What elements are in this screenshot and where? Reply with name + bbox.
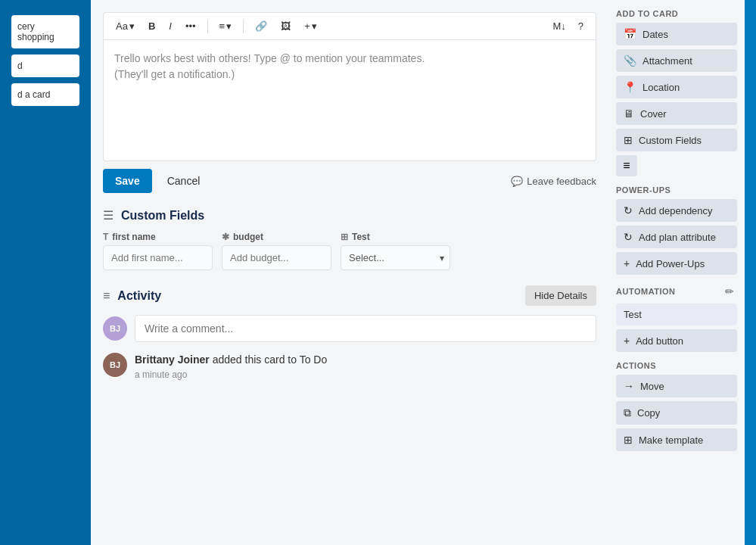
activity-time: a minute ago [135, 369, 327, 380]
activity-user-avatar: BJ [103, 353, 127, 377]
automation-section-row: Automation ✏ [616, 284, 737, 299]
list-item: d [11, 54, 79, 77]
add-to-card-label: Add to card [616, 9, 737, 18]
template-icon: ⊞ [624, 434, 633, 446]
activity-title-group: ≡ Activity [103, 289, 161, 303]
cancel-button[interactable]: Cancel [160, 169, 208, 193]
field-label-budget: ✱ budget [222, 232, 331, 242]
current-user-avatar: BJ [103, 316, 127, 341]
custom-fields-row: T first name ✱ budget ⊞ Test [103, 232, 596, 270]
budget-input[interactable] [222, 245, 331, 270]
leave-feedback-link[interactable]: 💬 Leave feedback [511, 176, 596, 187]
add-dependency-button[interactable]: ↻ Add dependency [616, 199, 737, 222]
activity-text: Brittany Joiner added this card to To Do [135, 353, 327, 368]
modal-area: Aa ▾ B I ••• ≡ ▾ 🔗 🖼 [91, 0, 745, 545]
editor-hint: Trello works best with others! Type @ to… [114, 51, 585, 83]
editor-area[interactable]: Trello works best with others! Type @ to… [103, 40, 596, 161]
left-panel: cery shopping d d a card [0, 0, 91, 545]
automation-test-button[interactable]: Test [616, 304, 737, 325]
automation-label: Automation [616, 287, 676, 296]
add-button-button[interactable]: + Add button [616, 329, 737, 352]
field-type-icon-select: ⊞ [341, 232, 348, 242]
field-label-firstname: T first name [103, 232, 213, 242]
field-type-icon-text: T [103, 232, 108, 242]
add-plan-attribute-button[interactable]: ↻ Add plan attribute [616, 226, 737, 248]
activity-header: ≡ Activity Hide Details [103, 285, 596, 306]
list-item: cery shopping [11, 15, 79, 48]
activity-item-content: Brittany Joiner added this card to To Do… [135, 353, 327, 380]
copy-button[interactable]: ⧉ Copy [616, 401, 737, 425]
custom-field-firstname: T first name [103, 232, 213, 270]
copy-icon: ⧉ [624, 406, 631, 419]
save-button[interactable]: Save [103, 169, 152, 193]
dependency-icon: ↻ [624, 204, 633, 216]
add-powerups-icon: + [624, 257, 630, 269]
comment-row: BJ [103, 315, 596, 342]
list-item: d a card [11, 83, 79, 106]
cover-icon: 🖥 [624, 107, 634, 120]
editor-toolbar: Aa ▾ B I ••• ≡ ▾ 🔗 🖼 [103, 12, 596, 40]
bold-button[interactable]: B [144, 17, 160, 35]
insert-button[interactable]: + ▾ [300, 17, 322, 35]
help-button[interactable]: ? [574, 17, 588, 35]
attachment-icon: 📎 [624, 54, 636, 67]
plan-icon: ↻ [624, 231, 633, 243]
location-icon: 📍 [624, 81, 636, 93]
activity-title: Activity [117, 289, 161, 303]
edit-icon: ✏ [725, 285, 734, 297]
feedback-icon: 💬 [511, 176, 523, 187]
dates-icon: 📅 [624, 28, 636, 40]
hide-details-button[interactable]: Hide Details [525, 285, 596, 306]
power-ups-label: Power-Ups [616, 185, 737, 195]
card-main: Aa ▾ B I ••• ≡ ▾ 🔗 🖼 [91, 0, 608, 545]
toolbar-right: M↓ ? [548, 17, 588, 35]
custom-fields-title: Custom Fields [121, 209, 204, 223]
toolbar-divider [207, 20, 208, 33]
link-button[interactable]: 🔗 [250, 17, 272, 35]
test-select-wrapper: Select... ▾ [341, 245, 450, 270]
icon-badge-button[interactable]: ≡ [616, 155, 637, 176]
firstname-input[interactable] [103, 245, 213, 270]
icon-badge-icon: ≡ [623, 159, 630, 173]
custom-fields-header: ☰ Custom Fields [103, 208, 596, 223]
test-select[interactable]: Select... [341, 245, 450, 270]
sidebar-dates-button[interactable]: 📅 Dates [616, 23, 737, 45]
custom-fields-sidebar-icon: ⊞ [624, 134, 633, 146]
more-formatting-button[interactable]: ••• [181, 17, 201, 35]
custom-fields-icon: ☰ [103, 208, 114, 223]
font-button[interactable]: Aa ▾ [111, 17, 139, 35]
add-power-ups-button[interactable]: + Add Power-Ups [616, 252, 737, 275]
activity-icon: ≡ [103, 289, 110, 303]
editor-actions: Save Cancel 💬 Leave feedback [103, 169, 596, 193]
actions-label: Actions [616, 361, 737, 370]
sidebar-custom-fields-button[interactable]: ⊞ Custom Fields [616, 129, 737, 151]
custom-field-test: ⊞ Test Select... ▾ [341, 232, 450, 270]
italic-button[interactable]: I [164, 17, 176, 35]
make-template-button[interactable]: ⊞ Make template [616, 428, 737, 451]
move-icon: → [624, 380, 634, 392]
move-button[interactable]: → Move [616, 375, 737, 397]
field-type-icon-number: ✱ [222, 232, 229, 242]
list-button[interactable]: ≡ ▾ [215, 17, 237, 35]
card-sidebar: Add to card 📅 Dates 📎 Attachment 📍 Locat… [608, 0, 745, 545]
toolbar-divider-2 [243, 20, 244, 33]
field-label-test: ⊞ Test [341, 232, 450, 242]
sidebar-cover-button[interactable]: 🖥 Cover [616, 102, 737, 125]
markdown-button[interactable]: M↓ [548, 17, 570, 35]
image-button[interactable]: 🖼 [276, 17, 295, 35]
add-button-icon: + [624, 335, 630, 347]
comment-input[interactable] [135, 315, 596, 342]
sidebar-attachment-button[interactable]: 📎 Attachment [616, 49, 737, 72]
automation-edit-button[interactable]: ✏ [722, 284, 737, 299]
sidebar-location-button[interactable]: 📍 Location [616, 76, 737, 98]
custom-field-budget: ✱ budget [222, 232, 331, 270]
activity-item: BJ Brittany Joiner added this card to To… [103, 353, 596, 380]
